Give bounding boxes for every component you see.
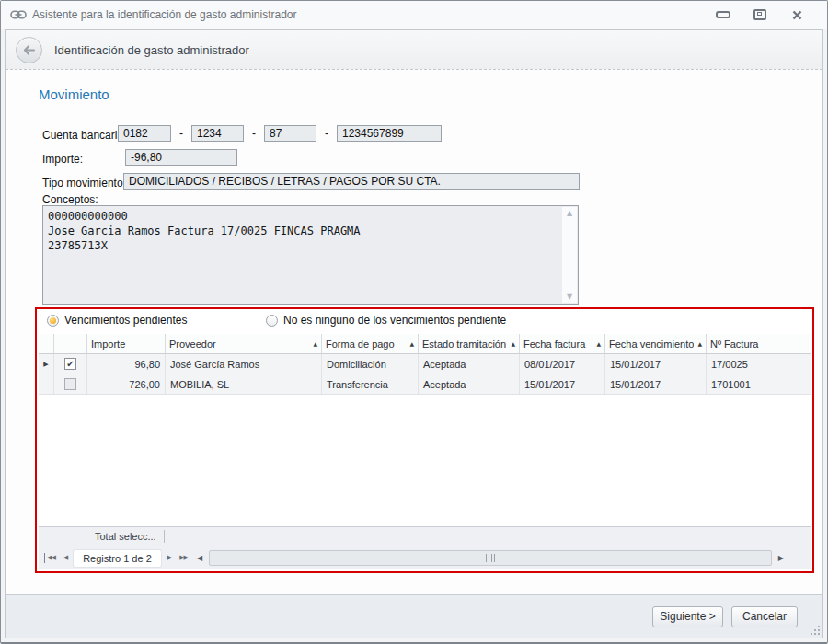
back-button[interactable] (16, 37, 42, 63)
cuenta-separator: - (179, 127, 183, 140)
column-header-forma-de-pago[interactable]: Forma de pago ▲ (322, 334, 419, 353)
sort-asc-icon: ▲ (313, 340, 317, 347)
cuenta-bancaria-fields: 0182 - 1234 - 87 - 1234567899 (118, 125, 442, 142)
scroll-right-icon[interactable]: ▶ (776, 552, 786, 564)
cancel-button[interactable]: Cancelar (731, 606, 798, 627)
next-button[interactable]: Siguiente > (652, 606, 723, 627)
bottom-bar: Siguiente > Cancelar (6, 594, 822, 638)
close-button[interactable] (788, 7, 805, 22)
tipo-movimiento-label: Tipo movimiento: (42, 177, 126, 190)
cell-importe: 726,00 (87, 374, 166, 394)
maximize-icon (753, 9, 766, 20)
radio-label: Vencimientos pendientes (64, 314, 187, 327)
radio-selected-icon (47, 315, 59, 327)
conceptos-label: Conceptos: (42, 193, 98, 206)
table-row[interactable]: ▶ ✔ 96,80 José García Ramos Domiciliació… (39, 354, 811, 374)
cell-estado-tramitacion: Aceptada (419, 354, 520, 374)
cell-proveedor: MOBILIA, SL (166, 374, 322, 394)
cuenta-separator: - (325, 127, 328, 140)
checkbox-column-header (54, 334, 87, 353)
current-row-icon: ▶ (43, 361, 48, 368)
nav-last-button[interactable]: ▶▶ (178, 553, 190, 563)
total-selected-label: Total selecc... (95, 530, 165, 543)
conceptos-scrollbar[interactable]: ▲ ▼ (562, 207, 577, 303)
cell-fecha-factura: 15/01/2017 (520, 374, 605, 394)
conceptos-text: 000000000000 Jose Garcia Ramos Factura 1… (48, 209, 559, 301)
cell-estado-tramitacion: Aceptada (419, 374, 520, 394)
cuenta-numero-field[interactable]: 1234567899 (337, 125, 442, 142)
column-header-label: Nº Factura (710, 339, 807, 350)
scroll-left-icon[interactable]: ◀ (195, 552, 204, 564)
column-header-label: Estado tramitación (422, 339, 507, 350)
column-header-importe[interactable]: Importe (87, 334, 166, 353)
main-panel: Identificación de gasto administrador Mo… (5, 29, 823, 638)
section-title: Movimiento (39, 86, 109, 102)
scroll-down-icon[interactable]: ▼ (562, 293, 577, 301)
page-title: Identificación de gasto administrador (54, 43, 249, 57)
tipo-movimiento-field[interactable]: DOMICILIADOS / RECIBOS / LETRAS / PAGOS … (123, 173, 580, 190)
scroll-up-icon[interactable]: ▲ (562, 209, 577, 217)
row-checkbox-cell: ✔ (54, 354, 87, 374)
row-checkbox-cell (54, 374, 87, 394)
nav-prev-button[interactable]: ◀ (62, 553, 69, 563)
grid-empty-area (39, 395, 811, 526)
cuenta-entidad-field[interactable]: 0182 (118, 125, 171, 142)
minimize-icon (716, 11, 730, 18)
title-bar: Asistente para la identificación de gast… (1, 1, 827, 29)
column-header-fecha-factura[interactable]: Fecha factura ▲ (520, 334, 605, 353)
grid-navigator: ◀◀ ◀ Registro 1 de 2 ▶ ▶▶ ◀ ▶ (39, 546, 811, 569)
conceptos-field[interactable]: 000000000000 Jose Garcia Ramos Factura 1… (42, 205, 579, 305)
sort-asc-icon: ▲ (596, 340, 601, 347)
column-header-estado-tramitacion[interactable]: Estado tramitación ▲ (419, 334, 520, 353)
column-header-label: Importe (91, 339, 161, 350)
radio-unselected-icon (266, 315, 278, 327)
cuenta-bancaria-label: Cuenta bancaria: (42, 129, 126, 142)
grid-footer: Total selecc... (39, 526, 811, 546)
horizontal-scrollbar[interactable] (209, 550, 772, 566)
chain-link-icon (10, 10, 27, 19)
nav-next-button[interactable]: ▶ (166, 553, 173, 563)
cell-importe: 96,80 (87, 354, 166, 374)
row-selector-header (39, 334, 54, 353)
radio-no-es-ninguno[interactable]: No es ninguno de los vencimientos pendie… (266, 314, 506, 327)
sort-asc-icon: ▲ (697, 340, 702, 347)
record-counter: Registro 1 de 2 (74, 550, 161, 567)
radio-label: No es ninguno de los vencimientos pendie… (283, 314, 506, 327)
close-icon (792, 10, 802, 20)
window-title: Asistente para la identificación de gast… (32, 8, 297, 21)
checkbox-unchecked[interactable] (64, 378, 76, 390)
cell-fecha-factura: 08/01/2017 (520, 354, 605, 374)
column-header-label: Proveedor (169, 339, 309, 350)
wizard-window: Asistente para la identificación de gast… (0, 0, 828, 644)
checkbox-checked[interactable]: ✔ (64, 358, 76, 370)
maximize-button[interactable] (752, 7, 768, 22)
cell-fecha-vencimiento: 15/01/2017 (605, 354, 707, 374)
row-selector-cell (39, 374, 54, 394)
column-header-proveedor[interactable]: Proveedor ▲ (166, 334, 322, 353)
sort-asc-icon: ▲ (409, 340, 414, 347)
nav-first-button[interactable]: ◀◀ (44, 553, 57, 563)
column-header-label: Forma de pago (326, 339, 406, 350)
column-header-label: Fecha factura (523, 339, 592, 350)
cell-forma-de-pago: Transferencia (322, 374, 419, 394)
cell-no-factura: 17/0025 (707, 354, 811, 374)
vencimientos-section: Vencimientos pendientes No es ninguno de… (35, 307, 814, 573)
back-arrow-icon (23, 45, 35, 55)
minimize-button[interactable] (715, 7, 731, 22)
table-row[interactable]: 726,00 MOBILIA, SL Transferencia Aceptad… (39, 374, 811, 395)
vencimientos-grid: Importe Proveedor ▲ Forma de pago ▲ Esta… (39, 334, 811, 569)
importe-label: Importe: (42, 153, 83, 166)
cell-no-factura: 1701001 (707, 374, 811, 394)
cuenta-dc-field[interactable]: 87 (264, 125, 316, 142)
cell-forma-de-pago: Domiciliación (322, 354, 419, 374)
importe-field[interactable]: -96,80 (125, 149, 237, 166)
column-header-fecha-vencimiento[interactable]: Fecha vencimiento ▲ (605, 334, 707, 353)
cell-proveedor: José García Ramos (166, 354, 322, 374)
radio-vencimientos-pendientes[interactable]: Vencimientos pendientes (47, 314, 187, 327)
resize-grip[interactable] (809, 624, 820, 635)
radio-group: Vencimientos pendientes No es ninguno de… (37, 314, 812, 330)
row-selector-cell: ▶ (39, 354, 54, 374)
cuenta-oficina-field[interactable]: 1234 (191, 125, 244, 142)
column-header-no-factura[interactable]: Nº Factura (707, 334, 811, 353)
column-header-label: Fecha vencimiento (609, 339, 694, 350)
